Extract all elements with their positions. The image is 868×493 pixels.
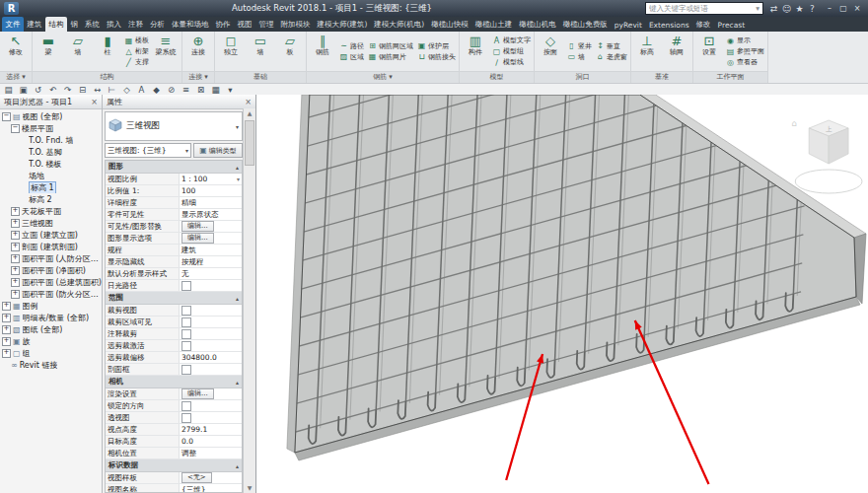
- close-icon[interactable]: ×: [850, 3, 864, 15]
- property-value[interactable]: [180, 364, 242, 375]
- restore-icon[interactable]: ▢: [836, 3, 850, 15]
- browser-item[interactable]: +面积平面 (净面积): [0, 264, 102, 276]
- expand-icon[interactable]: +: [11, 266, 20, 275]
- property-value[interactable]: 按规程: [180, 256, 242, 267]
- tool-component[interactable]: ▥构件: [462, 33, 489, 70]
- expand-icon[interactable]: +: [2, 349, 11, 358]
- browser-item[interactable]: T.O. 楼板: [0, 158, 102, 170]
- tool-rebar-path[interactable]: ∼路径: [339, 41, 364, 51]
- default-3d-view-icon[interactable]: ◆: [151, 85, 162, 96]
- browser-item[interactable]: +▥明细表/数量 (全部): [0, 312, 102, 323]
- browser-item[interactable]: +▦图例: [0, 300, 102, 312]
- tab-插入[interactable]: 插入: [104, 17, 125, 32]
- tab-钢[interactable]: 钢: [67, 17, 82, 32]
- print-icon[interactable]: ⊟: [77, 85, 88, 96]
- favorites-icon[interactable]: ★: [793, 2, 806, 15]
- tab-视图[interactable]: 视图: [234, 17, 255, 32]
- property-value[interactable]: [180, 328, 242, 339]
- tab-协作[interactable]: 协作: [212, 17, 234, 32]
- tool-grid[interactable]: #轴网: [663, 33, 690, 70]
- checkbox[interactable]: [181, 306, 191, 316]
- property-value[interactable]: 编辑...: [180, 388, 242, 399]
- property-value[interactable]: <无>: [180, 472, 242, 483]
- property-value[interactable]: {三维}: [180, 484, 242, 493]
- property-value[interactable]: [180, 280, 242, 291]
- tool-workplane-viewer[interactable]: ◎查看器: [726, 57, 764, 67]
- expand-icon[interactable]: +: [11, 207, 20, 216]
- checkbox[interactable]: [181, 365, 191, 375]
- search-dropdown-icon[interactable]: ▾: [756, 4, 760, 13]
- tool-dormer-opening[interactable]: ⌂老虎窗: [596, 52, 627, 62]
- property-value[interactable]: [180, 412, 242, 423]
- search-input[interactable]: 键入关键字或短语 ▾: [645, 2, 763, 15]
- tab-管理[interactable]: 管理: [255, 17, 277, 32]
- checkbox[interactable]: [181, 329, 191, 339]
- text-icon[interactable]: A: [136, 85, 147, 96]
- chevron-down-icon[interactable]: ▾: [236, 123, 239, 130]
- property-value[interactable]: 100: [180, 185, 242, 196]
- tool-opening-by-face[interactable]: ◇按面: [537, 33, 564, 70]
- expand-icon[interactable]: +: [2, 325, 11, 334]
- panel-label-洞口[interactable]: 洞口: [535, 71, 630, 83]
- property-group-图形[interactable]: 图形▴: [106, 161, 242, 174]
- aligned-dimension-icon[interactable]: ⊢: [107, 85, 117, 96]
- panel-label-工作平面[interactable]: 工作平面: [693, 71, 767, 83]
- tab-文件[interactable]: 文件: [2, 17, 24, 32]
- checkbox[interactable]: [181, 341, 191, 351]
- browser-item[interactable]: +面积平面 (总建筑面积): [0, 276, 102, 288]
- browser-item[interactable]: +立面 (建筑立面): [0, 229, 102, 241]
- collapse-icon[interactable]: −: [11, 124, 20, 133]
- property-group-相机[interactable]: 相机▴: [106, 376, 242, 388]
- tool-model-text[interactable]: A模型文字: [492, 35, 531, 45]
- panel-label-连接[interactable]: 连接 ▾: [182, 71, 214, 83]
- tab-注释[interactable]: 注释: [125, 17, 147, 32]
- tool-vertical-opening[interactable]: ↕垂直: [596, 41, 627, 51]
- exchange-icon[interactable]: ⇄: [767, 2, 780, 15]
- browser-item[interactable]: +▢组: [0, 347, 102, 359]
- property-value[interactable]: [180, 317, 242, 327]
- expand-icon[interactable]: +: [2, 302, 11, 311]
- tab-结构[interactable]: 结构: [45, 17, 67, 32]
- tool-wall-foundation[interactable]: ▭墙: [247, 33, 274, 70]
- tab-建模大师(建筑)[interactable]: 建模大师(建筑): [314, 17, 371, 32]
- scroll-down-icon[interactable]: ▼: [248, 483, 253, 493]
- browser-item[interactable]: +面积平面 (人防分区面积): [0, 252, 102, 264]
- tab-Extensions[interactable]: Extensions: [645, 18, 692, 32]
- tool-model-line[interactable]: ∕模型线: [492, 57, 531, 67]
- expand-icon[interactable]: +: [11, 278, 20, 287]
- property-value[interactable]: 2799.1: [180, 424, 242, 435]
- tool-column[interactable]: ▮柱: [94, 33, 121, 70]
- expand-icon[interactable]: +: [2, 337, 11, 346]
- checkbox[interactable]: [181, 413, 191, 423]
- close-icon[interactable]: ×: [245, 98, 252, 106]
- viewport-svg[interactable]: 上⌂: [256, 95, 868, 493]
- browser-item[interactable]: −▤视图 (全部): [0, 110, 102, 122]
- tool-rebar[interactable]: ∥钢筋: [309, 33, 336, 70]
- tool-model-group[interactable]: ▢模型组: [492, 46, 531, 56]
- browser-item[interactable]: −楼层平面: [0, 122, 102, 134]
- checkbox[interactable]: [181, 317, 191, 327]
- expand-icon[interactable]: +: [11, 254, 20, 263]
- tab-建模大师(机电)[interactable]: 建模大师(机电): [371, 17, 428, 32]
- scrollbar-thumb[interactable]: [245, 120, 254, 166]
- edit-button[interactable]: <无>: [181, 472, 212, 483]
- edit-button[interactable]: 编辑...: [181, 221, 214, 232]
- browser-item[interactable]: +剖面 (建筑剖面): [0, 241, 102, 252]
- tool-workplane-set[interactable]: ⊡设置: [695, 33, 723, 70]
- edit-type-button[interactable]: ▣ 编辑类型: [193, 143, 243, 158]
- edit-button[interactable]: 编辑...: [181, 233, 214, 244]
- sign-in-icon[interactable]: ☺: [780, 2, 793, 15]
- property-value[interactable]: 编辑...: [180, 233, 242, 244]
- expand-icon[interactable]: +: [11, 219, 20, 228]
- tab-系统[interactable]: 系统: [82, 17, 104, 32]
- tool-truss[interactable]: △桁架: [124, 46, 149, 56]
- browser-item[interactable]: +三维视图: [0, 217, 102, 229]
- wall-face[interactable]: [295, 95, 856, 453]
- tool-connection[interactable]: ⊕连接: [184, 33, 212, 70]
- property-value[interactable]: 304800.0: [180, 352, 242, 363]
- browser-item[interactable]: 场地: [0, 170, 102, 181]
- tool-rebar-area[interactable]: ▨区域: [339, 52, 364, 62]
- tab-橄榄山免费版[interactable]: 橄榄山免费版: [559, 17, 611, 32]
- browser-item[interactable]: 标高 2: [0, 193, 102, 205]
- tab-pyRevit[interactable]: pyRevit: [611, 18, 645, 32]
